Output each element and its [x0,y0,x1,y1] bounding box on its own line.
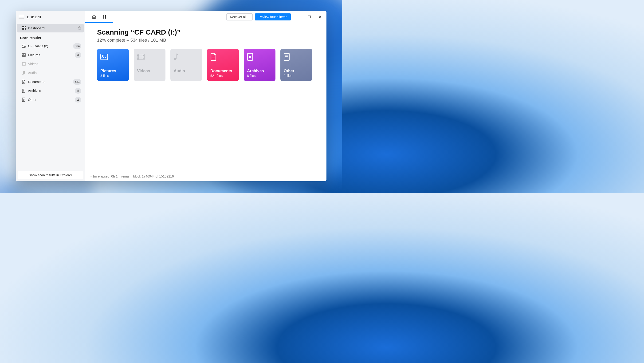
status-bar: <1m elapsed, 0h 1m remain, block 1746944… [85,172,326,181]
archives-icon [247,52,272,62]
toolbar: Recover all... Review found items [85,11,326,23]
count-badge: 521 [73,79,81,85]
minimize-button[interactable] [293,11,304,23]
card-title: Archives [247,69,272,73]
svg-line-16 [80,27,80,28]
sidebar-item-label: Archives [28,89,75,93]
picture-icon [20,53,28,57]
svg-rect-57 [249,56,251,58]
svg-rect-0 [22,26,23,27]
svg-rect-35 [104,15,104,18]
sidebar-item-document[interactable]: Documents521 [17,77,84,86]
sidebar-item-dashboard[interactable]: Dashboard [17,24,84,32]
svg-line-15 [78,29,79,30]
svg-rect-38 [308,16,310,18]
sidebar-item-other[interactable]: Other2 [17,95,84,104]
sidebar-header: Disk Drill [16,11,85,23]
svg-point-42 [102,56,104,57]
sidebar-item-label: Documents [28,80,73,84]
main: Recover all... Review found items Scanni… [85,11,326,181]
count-badge: 2 [75,97,81,102]
card-pictures[interactable]: Pictures3 files [97,49,129,81]
svg-rect-4 [23,28,24,29]
page-subtitle: 12% complete – 534 files / 101 MB [97,38,315,43]
document-icon [20,80,28,84]
status-text: <1m elapsed, 0h 1m remain, block 1746944… [90,174,174,178]
sidebar-item-label: Videos [28,62,81,66]
card-title: Documents [210,69,236,73]
audio-icon [20,71,28,75]
card-sub: — [137,74,162,78]
sidebar-item-audio[interactable]: Audio [17,68,84,77]
card-title: Audio [174,69,199,73]
svg-rect-41 [100,54,108,60]
archive-icon [20,89,28,93]
svg-rect-1 [23,26,24,27]
content: Scanning “CF CARD (I:)” 12% complete – 5… [85,23,326,172]
svg-rect-8 [25,29,26,30]
card-sub: 521 files [210,74,236,78]
sidebar-item-video[interactable]: Videos [17,60,84,68]
audio-icon [174,52,199,62]
sidebar-item-picture[interactable]: Pictures3 [17,50,84,60]
svg-point-20 [23,54,24,55]
other-icon [284,52,309,62]
page-title: Scanning “CF CARD (I:)” [97,28,315,36]
svg-rect-3 [22,28,23,29]
card-audio[interactable]: Audio— [170,49,202,81]
count-badge: 8 [75,88,81,94]
card-title: Pictures [100,69,126,73]
svg-rect-5 [25,28,26,29]
close-button[interactable] [315,11,326,23]
grid-icon [20,26,28,30]
other-icon [20,98,28,102]
sidebar-item-label: Other [28,98,75,102]
card-documents[interactable]: Documents521 files [207,49,239,81]
card-sub: — [174,74,199,78]
card-title: Other [284,69,309,73]
app-title: Disk Drill [27,15,41,19]
svg-rect-36 [105,15,106,18]
card-other[interactable]: Other2 files [280,49,312,81]
svg-line-13 [78,27,79,28]
count-badge: 534 [73,43,81,49]
sidebar-item-label: Dashboard [28,26,78,30]
videos-icon [137,52,162,62]
spinner-icon [78,26,81,30]
card-sub: 2 files [284,74,309,78]
home-tab[interactable] [88,11,100,23]
documents-icon [210,52,236,62]
card-sub: 8 files [247,74,272,78]
hamburger-icon[interactable] [18,15,24,19]
svg-rect-7 [23,29,24,30]
pause-tab[interactable] [100,11,110,23]
card-sub: 3 files [100,74,126,78]
card-videos[interactable]: Videos— [134,49,166,81]
sidebar-item-label: CF CARD (I:) [28,44,73,48]
cards-row: Pictures3 filesVideos—Audio—Documents521… [97,49,315,81]
card-archives[interactable]: Archives8 files [244,49,276,81]
svg-line-14 [80,29,80,30]
review-found-items-button[interactable]: Review found items [255,14,291,20]
drive-icon [20,44,28,48]
video-icon [20,62,28,66]
svg-rect-2 [25,26,26,27]
recover-all-button[interactable]: Recover all... [226,14,253,20]
svg-point-18 [24,46,25,47]
pictures-icon [100,52,126,62]
sidebar-item-archive[interactable]: Archives8 [17,86,84,95]
count-badge: 3 [75,52,81,58]
sidebar-item-drive[interactable]: CF CARD (I:)534 [17,42,84,50]
sidebar-section-title: Scan results [16,32,85,42]
show-in-explorer-button[interactable]: Show scan results in Explorer [18,171,83,180]
maximize-button[interactable] [304,11,315,23]
svg-point-30 [24,91,24,92]
sidebar-item-label: Audio [28,71,81,75]
svg-rect-19 [22,54,26,56]
svg-rect-6 [22,29,23,30]
sidebar-item-label: Pictures [28,53,75,57]
svg-rect-52 [176,54,176,59]
card-title: Videos [137,69,162,73]
sidebar: Disk Drill Dashboard Scan results CF CAR… [16,11,85,181]
app-window: Disk Drill Dashboard Scan results CF CAR… [16,11,326,181]
